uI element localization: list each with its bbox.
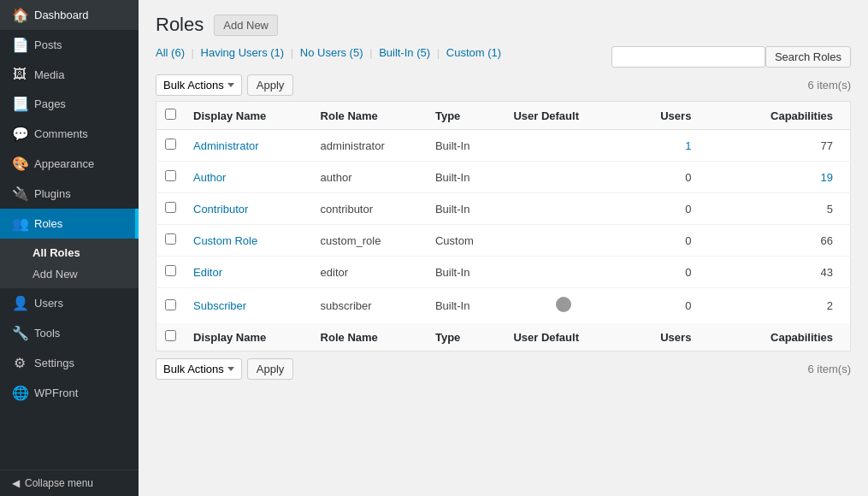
sidebar-sub-item-all-roles[interactable]: All Roles <box>0 242 139 263</box>
role-name-cell: editor <box>312 257 427 288</box>
search-roles-button[interactable]: Search Roles <box>765 46 851 68</box>
row-checkbox-cell <box>156 193 186 225</box>
row-checkbox[interactable] <box>165 299 176 310</box>
row-checkbox[interactable] <box>165 202 176 213</box>
role-users: 0 <box>622 288 726 324</box>
bulk-actions-dropdown[interactable]: Bulk Actions <box>156 74 242 96</box>
settings-icon: ⚙ <box>12 355 27 371</box>
search-input[interactable] <box>611 46 765 68</box>
filter-links: All (6) | Having Users (1) | No Users (5… <box>156 46 501 59</box>
roles-submenu: All Roles Add New <box>0 239 139 288</box>
footer-user-default: User Default <box>505 323 621 351</box>
role-name-cell: administrator <box>312 130 427 162</box>
bottom-toolbar: Bulk Actions Apply 6 item(s) <box>156 358 851 380</box>
sidebar-item-users[interactable]: 👤 Users <box>0 288 139 318</box>
sidebar-item-label: Posts <box>34 38 62 51</box>
add-new-button[interactable]: Add New <box>214 15 278 36</box>
filter-built-in[interactable]: Built-In (5) <box>379 46 430 59</box>
bulk-actions-dropdown-bottom[interactable]: Bulk Actions <box>156 358 242 380</box>
sidebar-item-dashboard[interactable]: 🏠 Dashboard <box>0 0 139 30</box>
dashboard-icon: 🏠 <box>12 7 27 23</box>
sidebar-item-comments[interactable]: 💬 Comments <box>0 119 139 149</box>
footer-checkbox-cell <box>156 323 186 351</box>
role-user-default <box>505 225 621 257</box>
header-role-name: Role Name <box>312 102 427 130</box>
role-users: 0 <box>622 193 726 225</box>
role-type: Built-In <box>427 288 505 324</box>
role-display-name: Subscriber <box>185 288 312 324</box>
footer-type: Type <box>427 323 505 351</box>
filter-having-users[interactable]: Having Users (1) <box>201 46 285 59</box>
role-name-link[interactable]: Administrator <box>193 139 259 152</box>
footer-role-name: Role Name <box>312 323 427 351</box>
header-capabilities: Capabilities <box>725 102 850 130</box>
sidebar-item-posts[interactable]: 📄 Posts <box>0 30 139 60</box>
role-type: Built-In <box>427 162 505 193</box>
collapse-menu-button[interactable]: ◀ Collapse menu <box>0 469 139 496</box>
apply-button-top[interactable]: Apply <box>247 74 294 96</box>
items-count: 6 item(s) <box>807 79 851 92</box>
table-row: Administrator administrator Built-In 1 7… <box>156 130 851 162</box>
role-display-name: Contributor <box>185 193 312 225</box>
row-checkbox-cell <box>156 130 186 162</box>
role-name-link[interactable]: Author <box>193 171 226 184</box>
role-name-cell: custom_role <box>312 225 427 257</box>
row-checkbox[interactable] <box>165 139 176 150</box>
filter-custom[interactable]: Custom (1) <box>446 46 501 59</box>
sidebar-item-settings[interactable]: ⚙ Settings <box>0 348 139 378</box>
role-name-link[interactable]: Subscriber <box>193 299 246 312</box>
footer-capabilities: Capabilities <box>725 323 850 351</box>
sidebar-item-roles[interactable]: 👥 Roles <box>0 209 139 239</box>
sidebar-item-wpfront[interactable]: 🌐 WPFront <box>0 378 139 408</box>
role-type: Built-In <box>427 130 505 162</box>
filter-all[interactable]: All (6) <box>156 46 185 59</box>
posts-icon: 📄 <box>12 37 27 53</box>
header-users: Users <box>622 102 726 130</box>
role-capabilities: 77 <box>725 130 850 162</box>
role-users: 0 <box>622 162 726 193</box>
sidebar-item-media[interactable]: 🖼 Media <box>0 60 139 89</box>
sidebar-item-plugins[interactable]: 🔌 Plugins <box>0 179 139 209</box>
role-users: 0 <box>622 257 726 288</box>
pages-icon: 📃 <box>12 96 27 112</box>
main-content: Roles Add New All (6) | Having Users (1)… <box>139 0 868 496</box>
role-name-link[interactable]: Contributor <box>193 203 248 216</box>
appearance-icon: 🎨 <box>12 156 27 172</box>
sidebar-item-label: WPFront <box>34 387 78 399</box>
footer-display-name: Display Name <box>185 323 312 351</box>
role-capabilities: 2 <box>725 288 850 324</box>
select-all-checkbox-footer[interactable] <box>165 330 176 341</box>
row-checkbox[interactable] <box>165 170 176 181</box>
apply-button-bottom[interactable]: Apply <box>247 358 294 380</box>
role-user-default <box>505 288 621 324</box>
sidebar-item-label: Pages <box>34 97 66 110</box>
header-type: Type <box>427 102 505 130</box>
toolbar-right: 6 item(s) <box>807 79 851 92</box>
row-checkbox-cell <box>156 225 186 257</box>
filter-no-users[interactable]: No Users (5) <box>300 46 363 59</box>
sidebar-item-tools[interactable]: 🔧 Tools <box>0 318 139 348</box>
media-icon: 🖼 <box>12 67 27 82</box>
role-display-name: Custom Role <box>185 225 312 257</box>
dropdown-arrow-icon <box>227 83 234 87</box>
row-checkbox-cell <box>156 257 186 288</box>
role-type: Custom <box>427 225 505 257</box>
top-toolbar: Bulk Actions Apply 6 item(s) <box>156 74 851 96</box>
table-row: Subscriber subscriber Built-In 0 2 <box>156 288 851 324</box>
header-display-name: Display Name <box>185 102 312 130</box>
role-user-default <box>505 162 621 193</box>
role-capabilities: 19 <box>725 162 850 193</box>
collapse-label: Collapse menu <box>25 477 93 489</box>
sidebar-sub-item-add-new[interactable]: Add New <box>0 263 139 285</box>
select-all-checkbox[interactable] <box>165 109 176 120</box>
wpfront-icon: 🌐 <box>12 385 27 401</box>
sidebar-item-appearance[interactable]: 🎨 Appearance <box>0 149 139 179</box>
page-header: Roles Add New <box>156 14 851 36</box>
row-checkbox[interactable] <box>165 265 176 276</box>
row-checkbox[interactable] <box>165 233 176 245</box>
bottom-toolbar-left: Bulk Actions Apply <box>156 358 293 380</box>
role-name-link[interactable]: Custom Role <box>193 234 257 247</box>
roles-table: Display Name Role Name Type User Default… <box>156 101 851 351</box>
sidebar-item-pages[interactable]: 📃 Pages <box>0 89 139 119</box>
role-name-link[interactable]: Editor <box>193 266 222 279</box>
